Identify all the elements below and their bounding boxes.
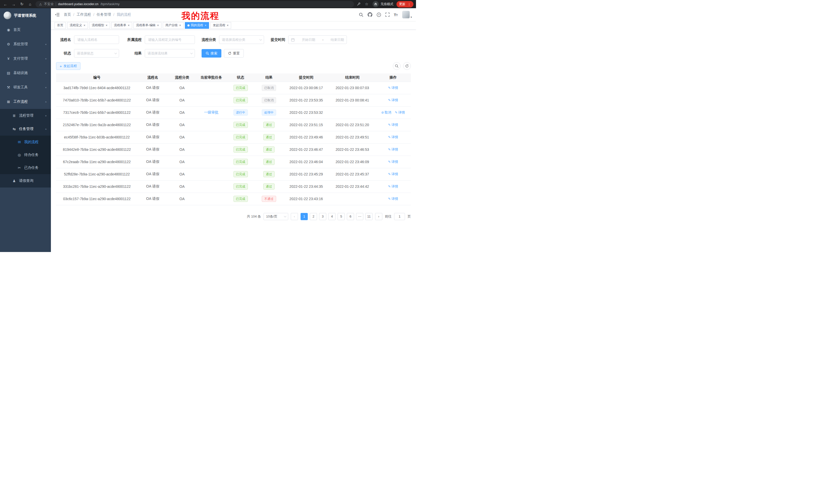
browser-home-button[interactable]: ⌂ xyxy=(27,2,33,6)
refresh-table-button[interactable] xyxy=(403,62,411,70)
refresh-icon xyxy=(228,52,231,55)
detail-action-link[interactable]: ✎详情 xyxy=(388,98,398,103)
sidebar-item-my-process[interactable]: ✉ 我的流程 xyxy=(0,136,51,148)
detail-action-link[interactable]: ✎详情 xyxy=(388,122,398,127)
goto-page-input[interactable] xyxy=(394,213,405,220)
pager-prev-button[interactable]: ‹ xyxy=(291,213,298,220)
sidebar-item-payment-management[interactable]: ¥ 支付管理 ∨ xyxy=(0,51,51,66)
row-process-name: OA 请假 xyxy=(146,86,159,90)
browser-back-button[interactable]: ← xyxy=(3,2,8,6)
sidebar-item-dev-tools[interactable]: ⚒ 研发工具 ∨ xyxy=(0,80,51,94)
process-def-input[interactable] xyxy=(145,35,195,44)
tab-首页[interactable]: 首页 xyxy=(54,22,66,29)
close-tab-icon[interactable]: × xyxy=(83,24,85,27)
detail-action-link[interactable]: ✎详情 xyxy=(388,184,398,189)
chevron-down-icon: ∨ xyxy=(45,58,47,60)
close-tab-icon[interactable]: × xyxy=(179,24,181,27)
search-icon[interactable] xyxy=(359,12,363,17)
reset-button[interactable]: 重置 xyxy=(224,49,244,58)
process-def-field[interactable] xyxy=(148,37,192,42)
create-process-button[interactable]: + 发起流程 xyxy=(56,62,80,70)
close-tab-icon[interactable]: × xyxy=(106,24,107,27)
table-row: 7317cec6-7b9b-11ec-b5b7-acde48001122 OA … xyxy=(56,106,411,119)
fullscreen-icon[interactable] xyxy=(385,12,390,17)
sidebar-item-infrastructure[interactable]: ▤ 基础设施 ∨ xyxy=(0,66,51,80)
pager-page-1[interactable]: 1 xyxy=(301,213,308,220)
sidebar-item-system-management[interactable]: ⚙ 系统管理 ∨ xyxy=(0,37,51,51)
tab-流程表单-编辑[interactable]: 流程表单-编辑 × xyxy=(133,22,161,29)
status-badge: 已完成 xyxy=(233,134,248,140)
browser-update-button[interactable]: 更新 ⋮ xyxy=(396,1,413,7)
sidebar-item-leave-query[interactable]: ♟ 请假查询 xyxy=(0,174,51,188)
detail-action-link[interactable]: ✎详情 xyxy=(388,197,398,201)
tab-用户分组[interactable]: 用户分组 × xyxy=(163,22,184,29)
sidebar: 芋道管理系统 ◉ 首页 ⚙ 系统管理 ∨ ¥ 支付管理 ∨ ▤ 基础设施 ∨ ⚒… xyxy=(0,8,51,252)
font-size-icon[interactable]: TT xyxy=(394,12,398,17)
process-name-input[interactable] xyxy=(74,35,119,44)
sidebar-item-done-tasks[interactable]: ✂ 已办任务 xyxy=(0,161,51,174)
page-size-select[interactable]: 10条/页 xyxy=(263,213,288,220)
tab-流程表单[interactable]: 流程表单 × xyxy=(111,22,132,29)
row-actions: ✎详情 xyxy=(375,119,411,131)
tab-label: 用户分组 xyxy=(165,23,178,27)
app-logo-area[interactable]: 芋道管理系统 xyxy=(0,8,51,23)
key-icon[interactable] xyxy=(357,2,361,6)
address-bar[interactable]: ⚠ 不安全 dashboard.yudao.iocoder.cn/bpm/tas… xyxy=(35,1,354,7)
status-select[interactable]: 请选择状态 xyxy=(74,49,119,58)
sidebar-item-workflow[interactable]: ⊞ 工作流程 ∧ xyxy=(0,94,51,109)
browser-forward-button[interactable]: → xyxy=(11,2,17,6)
result-select[interactable]: 请选择流结果 xyxy=(145,49,195,58)
detail-action-link[interactable]: ✎详情 xyxy=(388,172,398,176)
pager-next-button[interactable]: › xyxy=(375,213,382,220)
tab-流程定义[interactable]: 流程定义 × xyxy=(67,22,88,29)
sidebar-item-task-management[interactable]: ⇆ 任务管理 ∧ xyxy=(0,122,51,136)
tab-流程模型[interactable]: 流程模型 × xyxy=(89,22,110,29)
detail-action-link[interactable]: ✎详情 xyxy=(395,110,405,115)
sidebar-item-process-management[interactable]: ≣ 流程管理 ∨ xyxy=(0,109,51,122)
breadcrumb-item[interactable]: 任务管理 xyxy=(97,12,111,17)
pager-page-6[interactable]: 6 xyxy=(347,213,354,220)
pager-page-2[interactable]: 2 xyxy=(310,213,317,220)
bookmark-star-icon[interactable]: ☆ xyxy=(364,2,369,6)
close-tab-icon[interactable]: × xyxy=(205,24,206,27)
chevron-down-icon xyxy=(259,38,262,40)
detail-action-link[interactable]: ✎详情 xyxy=(388,160,398,164)
github-icon[interactable] xyxy=(368,12,372,17)
pager-page-5[interactable]: 5 xyxy=(338,213,345,220)
category-select[interactable]: 请选择流程分类 xyxy=(219,35,264,44)
tab-发起流程[interactable]: 发起流程 × xyxy=(210,22,231,29)
submit-time-range-picker[interactable]: 开始日期 - 结束日期 xyxy=(288,35,347,44)
submit-time-label: 提交时间 xyxy=(271,37,285,42)
search-button[interactable]: 搜索 xyxy=(202,49,222,58)
row-process-name: OA 请假 xyxy=(146,110,159,114)
breadcrumb-item[interactable]: 工作流程 xyxy=(77,12,91,17)
tab-我的流程[interactable]: 我的流程 × xyxy=(185,22,209,29)
pager-page-11[interactable]: 11 xyxy=(365,213,372,220)
cancel-action-link[interactable]: ⊘取消 xyxy=(381,110,391,115)
incognito-badge[interactable]: 无痕模式 xyxy=(372,1,393,7)
current-task-link[interactable]: 一级审批 xyxy=(204,110,218,114)
breadcrumb-item[interactable]: 首页 xyxy=(64,12,71,17)
column-header: 结果 xyxy=(255,74,283,82)
status-badge: 已完成 xyxy=(233,85,248,91)
browser-reload-button[interactable]: ↻ xyxy=(19,2,25,6)
close-tab-icon[interactable]: × xyxy=(227,24,229,27)
detail-action-link[interactable]: ✎详情 xyxy=(388,86,398,90)
row-actions: ✎详情 xyxy=(375,143,411,156)
close-tab-icon[interactable]: × xyxy=(157,24,159,27)
sidebar-item-home[interactable]: ◉ 首页 xyxy=(0,23,51,37)
detail-action-link[interactable]: ✎详情 xyxy=(388,135,398,139)
pager-more-button[interactable]: ⋯ xyxy=(356,213,363,220)
help-icon[interactable]: ? xyxy=(377,12,381,17)
pager-page-3[interactable]: 3 xyxy=(319,213,326,220)
pager-page-4[interactable]: 4 xyxy=(328,213,336,220)
sidebar-item-todo-tasks[interactable]: ◎ 待办任务 xyxy=(0,148,51,161)
detail-action-link[interactable]: ✎详情 xyxy=(388,147,398,152)
toggle-search-button[interactable] xyxy=(393,62,400,70)
close-tab-icon[interactable]: × xyxy=(128,24,130,27)
user-menu[interactable]: ▾ xyxy=(402,11,412,19)
sidebar-collapse-button[interactable] xyxy=(55,12,60,17)
browser-menu-icon[interactable]: ⋮ xyxy=(408,3,411,6)
chevron-down-icon xyxy=(114,52,117,54)
process-name-field[interactable] xyxy=(77,37,116,42)
